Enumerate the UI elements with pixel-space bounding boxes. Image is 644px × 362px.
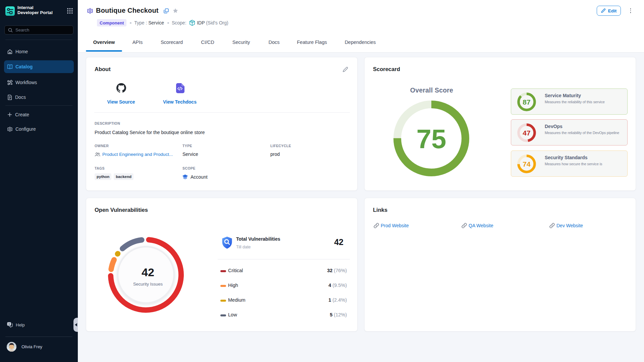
svg-text:47: 47 — [523, 129, 530, 137]
svg-text:75: 75 — [417, 124, 446, 154]
svg-text:74: 74 — [523, 160, 531, 168]
svg-text:Security Issues: Security Issues — [133, 282, 163, 287]
svg-text:?: ? — [8, 323, 10, 325]
svg-text:42: 42 — [142, 266, 154, 279]
svg-text:87: 87 — [523, 98, 530, 106]
